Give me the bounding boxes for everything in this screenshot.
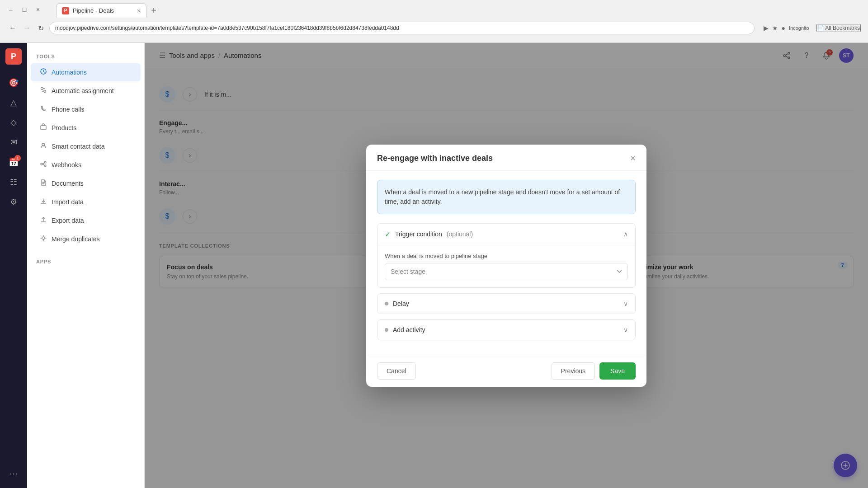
- import-label: Import data: [52, 198, 84, 206]
- trigger-check-icon: ✓: [385, 230, 391, 239]
- bookmarks-label: All Bookmarks: [825, 25, 860, 31]
- delay-header[interactable]: Delay ∨: [377, 294, 635, 314]
- sidebar-item-documents[interactable]: Documents: [31, 174, 141, 192]
- url-bar[interactable]: moodjoy.pipedrive.com/settings/automatio…: [49, 22, 755, 34]
- documents-label: Documents: [52, 180, 84, 187]
- close-tab-icon[interactable]: ×: [137, 7, 141, 14]
- add-activity-chevron-down-icon: ∨: [623, 326, 628, 333]
- title-bar: – □ × P Pipeline - Deals × +: [0, 0, 868, 19]
- webhooks-label: Webhooks: [52, 161, 81, 169]
- add-activity-section: Add activity ∨: [377, 319, 636, 340]
- phone-calls-icon: [40, 105, 47, 114]
- modal-close-button[interactable]: ×: [630, 154, 636, 163]
- info-text: When a deal is moved to a new pipeline s…: [385, 188, 620, 205]
- trigger-condition-header[interactable]: ✓ Trigger condition (optional) ∧: [377, 224, 635, 245]
- delay-title: Delay: [393, 300, 409, 307]
- sidebar-item-automatic-assignment[interactable]: Automatic assignment: [31, 82, 141, 100]
- add-activity-title: Add activity: [393, 326, 425, 333]
- incognito-icon: Incognito: [789, 25, 809, 31]
- export-label: Export data: [52, 217, 84, 224]
- footer-right: Previous Save: [552, 362, 636, 380]
- sidebar-item-automations[interactable]: Automations: [31, 63, 141, 81]
- cast-icon[interactable]: ▶: [764, 24, 769, 32]
- tab-title: Pipeline - Deals: [73, 7, 114, 14]
- tools-section-title: TOOLS: [27, 50, 144, 63]
- previous-button[interactable]: Previous: [552, 362, 595, 380]
- automations-label: Automations: [52, 69, 87, 76]
- sidebar-item-merge[interactable]: Merge duplicates: [31, 230, 141, 248]
- trigger-chevron-up-icon: ∧: [623, 230, 628, 238]
- merge-icon: [40, 235, 47, 244]
- activities-badge: 1: [14, 155, 21, 161]
- smart-contact-label: Smart contact data: [52, 143, 105, 150]
- add-activity-dot-icon: [385, 328, 388, 332]
- info-box: When a deal is moved to a new pipeline s…: [377, 180, 636, 214]
- bookmark-star-icon[interactable]: ★: [772, 24, 778, 32]
- trigger-title: Trigger condition: [395, 230, 442, 238]
- close-icon: ×: [630, 153, 636, 163]
- cancel-button[interactable]: Cancel: [377, 362, 416, 380]
- window-controls: – □ ×: [5, 4, 43, 15]
- nav-leads-icon[interactable]: ◇: [5, 113, 23, 131]
- sidebar-item-export[interactable]: Export data: [31, 211, 141, 230]
- browser-chrome: – □ × P Pipeline - Deals × + ← → ↻ moodj…: [0, 0, 868, 43]
- reload-button[interactable]: ↻: [36, 22, 46, 34]
- app-container: P 🎯 △ ◇ ✉ 📅 1 ☷ ⚙ ⋯ TOOLS Automations Au…: [0, 43, 868, 488]
- modal-overlay: Re-engage with inactive deals × When a d…: [145, 43, 868, 488]
- tab-favicon: P: [62, 7, 69, 14]
- nav-more-icon[interactable]: ⋯: [5, 465, 23, 483]
- bookmarks-icon: 📄: [817, 25, 824, 31]
- modal-footer: Cancel Previous Save: [366, 355, 646, 387]
- nav-tools-icon[interactable]: ⚙: [5, 193, 23, 211]
- trigger-optional: (optional): [447, 230, 473, 238]
- trigger-left: ✓ Trigger condition (optional): [385, 230, 473, 239]
- svg-rect-3: [41, 126, 46, 130]
- back-button[interactable]: ←: [7, 22, 18, 34]
- new-tab-button[interactable]: +: [147, 4, 160, 17]
- products-icon: [40, 123, 47, 132]
- nav-deals-icon[interactable]: 🎯: [5, 74, 23, 92]
- delay-dot-icon: [385, 302, 388, 305]
- sidebar: TOOLS Automations Automatic assignment P…: [27, 43, 145, 488]
- svg-point-8: [42, 237, 45, 239]
- save-button[interactable]: Save: [599, 362, 636, 380]
- phone-calls-label: Phone calls: [52, 106, 84, 113]
- delay-section: Delay ∨: [377, 293, 636, 314]
- forward-button[interactable]: →: [22, 22, 33, 34]
- svg-point-7: [44, 165, 46, 167]
- nav-activities-icon[interactable]: 📅 1: [5, 153, 23, 171]
- nav-mail-icon[interactable]: ✉: [5, 133, 23, 151]
- automations-icon: [40, 68, 47, 77]
- webhooks-icon: [40, 160, 47, 169]
- sidebar-item-smart-contact[interactable]: Smart contact data: [31, 137, 141, 155]
- apps-section-title: APPS: [27, 255, 144, 268]
- profile-icon[interactable]: ●: [782, 24, 785, 32]
- app-logo: P: [5, 48, 22, 65]
- url-text: moodjoy.pipedrive.com/settings/automatio…: [55, 25, 399, 31]
- nav-insights-icon[interactable]: ☷: [5, 173, 23, 191]
- minimize-button[interactable]: –: [5, 4, 16, 15]
- add-activity-header[interactable]: Add activity ∨: [377, 320, 635, 340]
- nav-contacts-icon[interactable]: △: [5, 94, 23, 112]
- sidebar-item-products[interactable]: Products: [31, 119, 141, 137]
- close-window-button[interactable]: ×: [33, 4, 43, 15]
- import-icon: [40, 197, 47, 206]
- modal-header: Re-engage with inactive deals ×: [366, 145, 646, 171]
- icon-rail: P 🎯 △ ◇ ✉ 📅 1 ☷ ⚙ ⋯: [0, 43, 27, 488]
- trigger-body: When a deal is moved to pipeline stage S…: [377, 245, 635, 287]
- url-icons: ▶ ★ ● Incognito: [764, 24, 809, 32]
- sidebar-item-import[interactable]: Import data: [31, 193, 141, 211]
- sidebar-item-phone-calls[interactable]: Phone calls: [31, 100, 141, 118]
- main-content: ☰ Tools and apps / Automations ? 9 ST $: [145, 43, 868, 488]
- tab-bar: P Pipeline - Deals × +: [51, 1, 165, 18]
- sidebar-item-webhooks[interactable]: Webhooks: [31, 156, 141, 174]
- bookmarks-button[interactable]: 📄 All Bookmarks: [816, 24, 861, 32]
- stage-select[interactable]: Select stage: [385, 263, 628, 280]
- add-activity-left: Add activity: [385, 326, 425, 333]
- modal-title: Re-engage with inactive deals: [377, 154, 493, 163]
- svg-point-6: [44, 161, 46, 163]
- maximize-button[interactable]: □: [19, 4, 30, 15]
- delay-left: Delay: [385, 300, 409, 307]
- delay-chevron-down-icon: ∨: [623, 300, 628, 307]
- browser-tab[interactable]: P Pipeline - Deals ×: [56, 3, 146, 18]
